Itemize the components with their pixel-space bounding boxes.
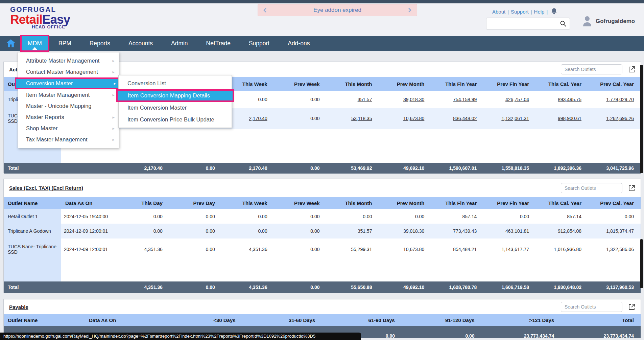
menu-item-item-master-management[interactable]: Item Master Management▸: [18, 89, 119, 100]
menu-item-tax-master-management[interactable]: Tax Master Management▸: [18, 134, 119, 145]
menu-item-attribute-master-management[interactable]: Attribute Master Management▸: [18, 55, 119, 66]
notification-banner: Eye addon expired: [258, 4, 417, 16]
nav-items: MDMBPMReportsAccountsAdminNetTradeSuppor…: [20, 36, 319, 51]
header-links: About|Support|Help|: [490, 9, 548, 15]
nav-item-bpm[interactable]: BPM: [49, 36, 80, 51]
value-link[interactable]: 1,132,061.31: [501, 116, 529, 121]
menu-item-item-conversion-master[interactable]: Item Conversion Master: [119, 102, 232, 114]
scrollbar-thumb[interactable]: [640, 239, 643, 288]
search-outlets-input[interactable]: [561, 302, 622, 312]
menu-item-label: Item Conversion Price Bulk Update: [127, 116, 214, 123]
total-value-cell: 1,606,719.58: [483, 281, 536, 293]
data-table: Outlet NameData As OnThis DayPrev DayThi…: [4, 197, 641, 293]
value-link[interactable]: 426,757.04: [505, 97, 529, 102]
header-link-support[interactable]: Support: [511, 9, 529, 15]
value-cell[interactable]: 39,018.30: [379, 91, 431, 108]
value-link[interactable]: 53,118.35: [351, 116, 372, 121]
value-link[interactable]: 1,779,029.70: [606, 97, 634, 102]
value-link[interactable]: 39,018.30: [403, 97, 424, 102]
column-header: This Month: [327, 197, 379, 209]
header-link-about[interactable]: About: [492, 9, 505, 15]
menu-item-contact-master-management[interactable]: Contact Master Management▸: [18, 66, 119, 77]
menu-item-shop-master[interactable]: Shop Master▸: [18, 123, 119, 134]
column-header: Data As On: [85, 314, 163, 326]
total-value-cell: 1,590,607.01: [431, 163, 483, 174]
filler-cell: [4, 260, 61, 281]
value-cell[interactable]: 998,900.61: [536, 108, 588, 129]
value-cell: 4,351.36: [117, 239, 169, 260]
user-menu[interactable]: Gofrugaldemo: [582, 16, 635, 27]
value-cell: 463,101.81: [483, 224, 536, 239]
nav-item-accounts[interactable]: Accounts: [119, 36, 162, 51]
value-cell[interactable]: 351.57: [327, 91, 379, 108]
popout-icon[interactable]: [628, 303, 636, 311]
value-cell[interactable]: 1,262,696.26: [588, 108, 641, 129]
bell-icon[interactable]: [550, 7, 558, 16]
nav-item-reports[interactable]: Reports: [80, 36, 119, 51]
value-cell: 0.00: [274, 91, 327, 108]
home-icon[interactable]: [6, 39, 16, 48]
chevron-right-icon[interactable]: [407, 8, 412, 13]
value-link[interactable]: 1,262,696.26: [606, 116, 634, 121]
popout-icon[interactable]: [628, 65, 636, 73]
column-header: Outlet Name: [4, 314, 85, 326]
nav-item-add-ons[interactable]: Add-ons: [279, 36, 319, 51]
section-title[interactable]: Payable: [9, 304, 28, 310]
nav-item-support[interactable]: Support: [240, 36, 279, 51]
menu-item-master-reports[interactable]: Master Reports▸: [18, 112, 119, 123]
menu-item-master-unicode-mapping[interactable]: Master - Unicode Mapping: [18, 100, 119, 112]
value-cell[interactable]: 1,779,029.70: [588, 91, 641, 108]
menu-item-item-conversion-mapping-details[interactable]: Item Conversion Mapping Details: [116, 89, 234, 102]
header-divider: [577, 9, 577, 32]
header-link-help[interactable]: Help: [534, 9, 545, 15]
column-header: Prev Day: [169, 197, 222, 209]
menu-item-label: Item Conversion Master: [127, 105, 187, 111]
value-cell: 857.14: [431, 209, 483, 224]
total-value-cell: 1,930,648.02: [536, 281, 588, 293]
table-header-row: Outlet NameData As OnThis DayPrev DayThi…: [4, 197, 641, 209]
value-link[interactable]: 836,448.02: [453, 116, 477, 121]
value-cell[interactable]: 754,158.99: [431, 91, 483, 108]
app-root: GOFRUGAL RetailEasy HEAD OFFICE Eye addo…: [0, 0, 644, 340]
search-outlets-input[interactable]: [561, 64, 622, 74]
value-cell[interactable]: 836,448.02: [431, 108, 483, 129]
menu-item-conversion-list[interactable]: Conversion List: [119, 77, 232, 89]
value-cell: 0.00: [588, 209, 641, 224]
section-head: Sales (Excl. TAX) (Excl Return): [4, 179, 641, 197]
menu-item-item-conversion-price-bulk-update[interactable]: Item Conversion Price Bulk Update: [119, 114, 232, 126]
product-name: RetailEasy: [10, 14, 70, 26]
value-link[interactable]: 351.57: [358, 97, 372, 102]
main-nav: MDMBPMReportsAccountsAdminNetTradeSuppor…: [0, 36, 644, 51]
nav-item-admin[interactable]: Admin: [162, 36, 197, 51]
value-cell[interactable]: 53,118.35: [327, 108, 379, 129]
value-cell[interactable]: 426,757.04: [483, 91, 536, 108]
scrollbar-thumb[interactable]: [640, 65, 643, 173]
section-title[interactable]: Sales (Excl. TAX) (Excl Return): [9, 185, 83, 191]
menu-item-conversion-master[interactable]: Conversion Master▸: [15, 77, 121, 89]
nav-item-mdm[interactable]: MDM: [20, 35, 49, 52]
popout-icon[interactable]: [628, 184, 636, 192]
nav-item-nettrade[interactable]: NetTrade: [197, 36, 240, 51]
total-value-cell: 55,650.88: [327, 281, 379, 293]
value-link[interactable]: 2,170.40: [249, 116, 267, 121]
value-cell[interactable]: 10,673.80: [379, 108, 431, 129]
search-icon[interactable]: [559, 20, 567, 27]
value-cell[interactable]: 893,495.75: [536, 91, 588, 108]
value-cell: 854,484.21: [431, 239, 483, 260]
username: Gofrugaldemo: [596, 18, 635, 25]
brand-tagline: HEAD OFFICE: [32, 24, 70, 29]
value-cell[interactable]: 1,132,061.31: [483, 108, 536, 129]
value-link[interactable]: 998,900.61: [558, 116, 581, 121]
section-head: Payable: [4, 299, 641, 314]
chevron-left-icon[interactable]: [263, 8, 267, 13]
value-link[interactable]: 893,495.75: [558, 97, 581, 102]
total-value-cell: 0.00: [274, 281, 327, 293]
column-header: 91-120 Days: [402, 314, 481, 326]
global-search-input[interactable]: [489, 19, 558, 28]
column-header: Prev Month: [379, 77, 431, 91]
value-cell: 1,322,586.06: [588, 239, 641, 260]
value-link[interactable]: 10,673.80: [403, 116, 424, 121]
value-link[interactable]: 754,158.99: [453, 97, 477, 102]
search-outlets-input[interactable]: [561, 183, 622, 193]
value-cell: 55,299.31: [327, 239, 379, 260]
